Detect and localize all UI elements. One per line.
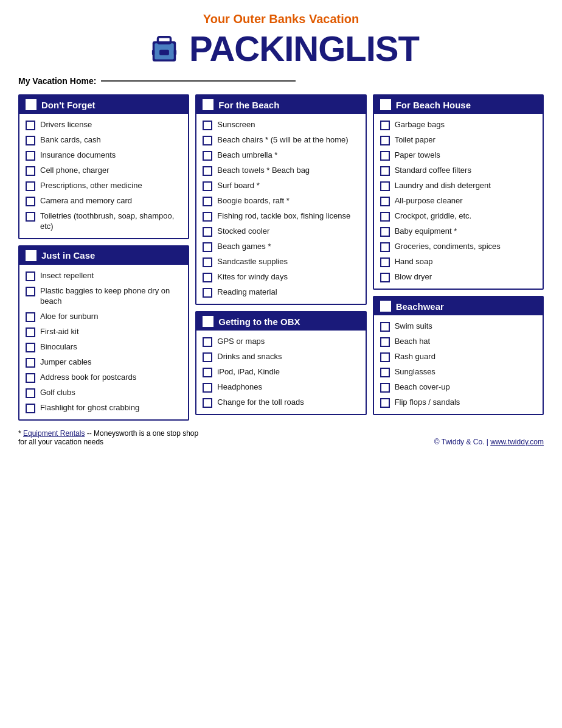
list-item: Headphones xyxy=(201,380,360,395)
checkbox[interactable] xyxy=(26,287,35,296)
list-item: Address book for postcards xyxy=(24,370,183,385)
list-item: Prescriptions, other medicine xyxy=(24,178,183,194)
section-title-dont-forget: Don't Forget xyxy=(41,100,95,110)
list-item: Jumper cables xyxy=(24,355,183,370)
svg-rect-3 xyxy=(159,50,169,55)
section-for-beach: For the Beach Sunscreen Beach chairs * (… xyxy=(195,94,366,305)
section-body-dont-forget: Drivers license Bank cards, cash Insuran… xyxy=(19,114,188,238)
list-item: Baby equipment * xyxy=(379,224,538,239)
checkbox[interactable] xyxy=(380,337,390,347)
checkbox[interactable] xyxy=(203,368,212,377)
list-item: Blow dryer xyxy=(379,270,538,285)
checkbox[interactable] xyxy=(203,151,212,161)
header-checkbox-dont-forget[interactable] xyxy=(26,99,36,110)
checkbox[interactable] xyxy=(380,242,390,252)
checkbox[interactable] xyxy=(26,197,35,206)
list-item: Beach hat xyxy=(379,334,538,349)
list-item: Toilet paper xyxy=(379,133,538,148)
svg-rect-2 xyxy=(158,37,171,44)
checkbox[interactable] xyxy=(203,121,212,130)
section-title-just-in-case: Just in Case xyxy=(41,250,95,261)
checkbox[interactable] xyxy=(203,398,212,408)
section-body-getting-to-obx: GPS or maps Drinks and snacks iPod, iPad… xyxy=(196,331,365,414)
twiddy-website-link[interactable]: www.twiddy.com xyxy=(490,438,544,446)
checkbox[interactable] xyxy=(26,388,35,398)
checkbox[interactable] xyxy=(380,181,390,191)
checkbox[interactable] xyxy=(203,352,212,362)
list-item: Camera and memory card xyxy=(24,194,183,209)
checkbox[interactable] xyxy=(26,327,35,337)
list-item: Garbage bags xyxy=(379,117,538,133)
checkbox[interactable] xyxy=(26,343,35,352)
list-item: Flashlight for ghost crabbing xyxy=(24,401,183,416)
list-item: All-purpose cleaner xyxy=(379,194,538,209)
checkbox[interactable] xyxy=(380,322,390,332)
list-item: Drivers license xyxy=(24,117,183,133)
svg-rect-5 xyxy=(174,50,176,55)
section-dont-forget: Don't Forget Drivers license Bank cards,… xyxy=(18,94,189,239)
equipment-rentals-link[interactable]: Equipment Rentals xyxy=(23,429,85,438)
checkbox[interactable] xyxy=(380,273,390,282)
checkbox[interactable] xyxy=(26,373,35,383)
checkbox[interactable] xyxy=(203,337,212,347)
header-checkbox-just-in-case[interactable] xyxy=(26,250,36,261)
checkbox[interactable] xyxy=(203,273,212,282)
list-item: Sandcastle supplies xyxy=(201,254,360,270)
checkbox[interactable] xyxy=(203,166,212,176)
checkbox[interactable] xyxy=(380,166,390,176)
section-body-just-in-case: Insect repellent Plastic baggies to keep… xyxy=(19,265,188,419)
checkbox[interactable] xyxy=(26,166,35,176)
checkbox[interactable] xyxy=(203,288,212,298)
checkbox[interactable] xyxy=(203,197,212,206)
header-checkbox-getting-to-obx[interactable] xyxy=(203,316,213,327)
list-item: Beach towels * Beach bag xyxy=(201,163,360,178)
header-checkbox-beachwear[interactable] xyxy=(380,301,391,312)
list-item: Beach chairs * (5 will be at the home) xyxy=(201,133,360,148)
checkbox[interactable] xyxy=(26,181,35,191)
checkbox[interactable] xyxy=(26,121,35,130)
checkbox[interactable] xyxy=(203,242,212,252)
checkbox[interactable] xyxy=(203,257,212,267)
checkbox[interactable] xyxy=(203,227,212,237)
checkbox[interactable] xyxy=(26,151,35,161)
checkbox[interactable] xyxy=(380,398,390,408)
checkbox[interactable] xyxy=(203,383,212,393)
checkbox[interactable] xyxy=(203,212,212,222)
list-item: iPod, iPad, Kindle xyxy=(201,365,360,380)
checkbox[interactable] xyxy=(380,383,390,393)
section-for-beach-house: For Beach House Garbage bags Toilet pape… xyxy=(373,94,544,290)
list-item: Aloe for sunburn xyxy=(24,309,183,324)
footer-left: * Equipment Rentals -- Moneysworth is a … xyxy=(18,429,198,446)
checkbox[interactable] xyxy=(203,136,212,145)
checkbox[interactable] xyxy=(380,368,390,377)
footer-right: © Twiddy & Co. | www.twiddy.com xyxy=(434,438,544,446)
checkbox[interactable] xyxy=(380,212,390,222)
checkbox[interactable] xyxy=(380,257,390,267)
checkbox[interactable] xyxy=(380,352,390,362)
svg-rect-4 xyxy=(152,50,154,55)
list-item: Flip flops / sandals xyxy=(379,395,538,410)
checkbox[interactable] xyxy=(380,136,390,145)
list-item: Sunglasses xyxy=(379,365,538,380)
checkbox[interactable] xyxy=(380,121,390,130)
checkbox[interactable] xyxy=(26,358,35,368)
checkbox[interactable] xyxy=(26,136,35,145)
list-item: Insurance documents xyxy=(24,148,183,163)
checkbox[interactable] xyxy=(26,312,35,322)
list-item: Binoculars xyxy=(24,340,183,355)
footer: * Equipment Rentals -- Moneysworth is a … xyxy=(18,429,544,446)
header-subtitle: Your Outer Banks Vacation xyxy=(18,12,544,26)
section-title-getting-to-obx: Getting to the OBX xyxy=(218,317,300,327)
checkbox[interactable] xyxy=(26,212,35,222)
checkbox[interactable] xyxy=(26,271,35,281)
checkbox[interactable] xyxy=(380,227,390,237)
checkbox[interactable] xyxy=(26,404,35,413)
header-checkbox-for-beach[interactable] xyxy=(203,99,213,110)
list-item: Surf board * xyxy=(201,178,360,194)
list-item: Swim suits xyxy=(379,319,538,334)
checkbox[interactable] xyxy=(380,151,390,161)
list-item: Paper towels xyxy=(379,148,538,163)
checkbox[interactable] xyxy=(203,181,212,191)
header-checkbox-for-beach-house[interactable] xyxy=(380,99,391,110)
checkbox[interactable] xyxy=(380,197,390,206)
